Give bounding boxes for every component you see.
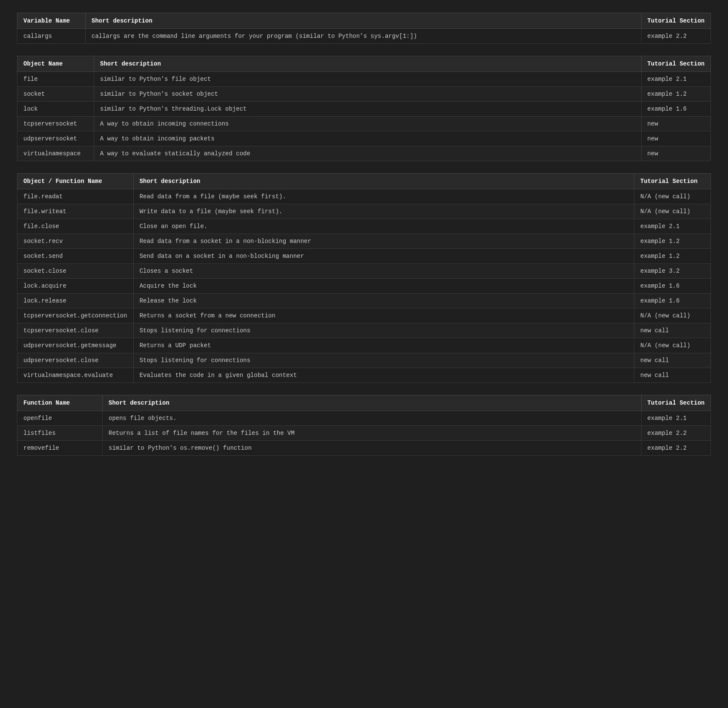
table-cell: lock (17, 102, 94, 117)
table-cell: lock.release (17, 294, 134, 308)
th-objfunc-desc: Short description (133, 174, 634, 189)
table-row: filesimilar to Python's file objectexamp… (17, 72, 711, 87)
table-cell: Closes a socket (133, 264, 634, 279)
table-cell: example 1.6 (641, 102, 711, 117)
table-cell: example 2.2 (641, 441, 711, 456)
table-row: removefilesimilar to Python's os.remove(… (17, 441, 711, 456)
table-cell: example 1.2 (634, 234, 711, 249)
table-cell: removefile (17, 441, 103, 456)
table-row: virtualnamespace.evaluateEvaluates the c… (17, 368, 711, 383)
table-row: socket.recvRead data from a socket in a … (17, 234, 711, 249)
table-cell: A way to obtain incoming connections (94, 117, 642, 131)
function-name-section: Function Name Short description Tutorial… (17, 395, 711, 456)
object-name-section: Object Name Short description Tutorial S… (17, 56, 711, 161)
object-name-table: Object Name Short description Tutorial S… (17, 56, 711, 161)
table-cell: example 2.1 (634, 219, 711, 234)
table-row: socket.closeCloses a socketexample 3.2 (17, 264, 711, 279)
table-cell: callargs (17, 29, 86, 44)
table-cell: example 2.2 (641, 29, 711, 44)
table-row: udpserversocketA way to obtain incoming … (17, 131, 711, 146)
table-cell: example 1.2 (634, 249, 711, 264)
table-cell: Returns a socket from a new connection (133, 308, 634, 323)
table-row: listfilesReturns a list of file names fo… (17, 426, 711, 441)
table-cell: A way to obtain incoming packets (94, 131, 642, 146)
table-cell: opens file objects. (103, 411, 642, 426)
table-cell: Release the lock (133, 294, 634, 308)
table-cell: udpserversocket.close (17, 353, 134, 368)
table-cell: similar to Python's os.remove() function (103, 441, 642, 456)
table-cell: N/A (new call) (634, 338, 711, 353)
table-cell: tcpserversocket.close (17, 323, 134, 338)
table-cell: similar to Python's socket object (94, 87, 642, 102)
table-cell: Returns a list of file names for the fil… (103, 426, 642, 441)
table-cell: example 2.1 (641, 72, 711, 87)
th-object-tutorial: Tutorial Section (641, 56, 711, 72)
table-cell: new (641, 146, 711, 161)
table-cell: Stops listening for connections (133, 353, 634, 368)
table-cell: new (641, 131, 711, 146)
table-row: file.readatRead data from a file (maybe … (17, 189, 711, 204)
table-row: callargscallargs are the command line ar… (17, 29, 711, 44)
table-row: socket.sendSend data on a socket in a no… (17, 249, 711, 264)
table-cell: N/A (new call) (634, 204, 711, 219)
table-cell: Stops listening for connections (133, 323, 634, 338)
table-cell: socket.send (17, 249, 134, 264)
table-cell: file.readat (17, 189, 134, 204)
table-cell: virtualnamespace.evaluate (17, 368, 134, 383)
th-variable-desc: Short description (86, 13, 642, 29)
object-function-table: Object / Function Name Short description… (17, 173, 711, 383)
th-object-name: Object Name (17, 56, 94, 72)
table-cell: new call (634, 353, 711, 368)
table-row: virtualnamespaceA way to evaluate static… (17, 146, 711, 161)
table-cell: similar to Python's file object (94, 72, 642, 87)
table-cell: example 1.6 (634, 279, 711, 294)
table-cell: socket (17, 87, 94, 102)
object-function-section: Object / Function Name Short description… (17, 173, 711, 383)
variable-name-section: Variable Name Short description Tutorial… (17, 13, 711, 44)
table-cell: openfile (17, 411, 103, 426)
table-row: socketsimilar to Python's socket objecte… (17, 87, 711, 102)
table-cell: socket.recv (17, 234, 134, 249)
table-cell: Returns a UDP packet (133, 338, 634, 353)
table-cell: similar to Python's threading.Lock objec… (94, 102, 642, 117)
table-cell: N/A (new call) (634, 308, 711, 323)
table-cell: example 1.6 (634, 294, 711, 308)
table-cell: udpserversocket (17, 131, 94, 146)
table-cell: new call (634, 323, 711, 338)
table-cell: N/A (new call) (634, 189, 711, 204)
th-func-name: Function Name (17, 395, 103, 411)
table-row: locksimilar to Python's threading.Lock o… (17, 102, 711, 117)
table-cell: Read data from a file (maybe seek first)… (133, 189, 634, 204)
th-variable-name: Variable Name (17, 13, 86, 29)
table-cell: file.writeat (17, 204, 134, 219)
table-cell: callargs are the command line arguments … (86, 29, 642, 44)
table-cell: Close an open file. (133, 219, 634, 234)
table-row: lock.acquireAcquire the lockexample 1.6 (17, 279, 711, 294)
function-name-table: Function Name Short description Tutorial… (17, 395, 711, 456)
table-cell: Read data from a socket in a non-blockin… (133, 234, 634, 249)
table-cell: file.close (17, 219, 134, 234)
th-objfunc-tutorial: Tutorial Section (634, 174, 711, 189)
table-cell: tcpserversocket.getconnection (17, 308, 134, 323)
table-cell: socket.close (17, 264, 134, 279)
table-row: udpserversocket.closeStops listening for… (17, 353, 711, 368)
table-cell: lock.acquire (17, 279, 134, 294)
table-cell: udpserversocket.getmessage (17, 338, 134, 353)
table-row: openfileopens file objects.example 2.1 (17, 411, 711, 426)
th-objfunc-name: Object / Function Name (17, 174, 134, 189)
table-cell: example 2.1 (641, 411, 711, 426)
table-cell: Write data to a file (maybe seek first). (133, 204, 634, 219)
variable-name-table: Variable Name Short description Tutorial… (17, 13, 711, 44)
table-row: file.writeatWrite data to a file (maybe … (17, 204, 711, 219)
table-cell: tcpserversocket (17, 117, 94, 131)
table-cell: example 3.2 (634, 264, 711, 279)
table-cell: Send data on a socket in a non-blocking … (133, 249, 634, 264)
table-cell: new (641, 117, 711, 131)
table-row: tcpserversocket.getconnectionReturns a s… (17, 308, 711, 323)
table-cell: example 2.2 (641, 426, 711, 441)
table-cell: new call (634, 368, 711, 383)
table-cell: Acquire the lock (133, 279, 634, 294)
th-variable-tutorial: Tutorial Section (641, 13, 711, 29)
table-row: file.closeClose an open file.example 2.1 (17, 219, 711, 234)
table-cell: Evaluates the code in a given global con… (133, 368, 634, 383)
